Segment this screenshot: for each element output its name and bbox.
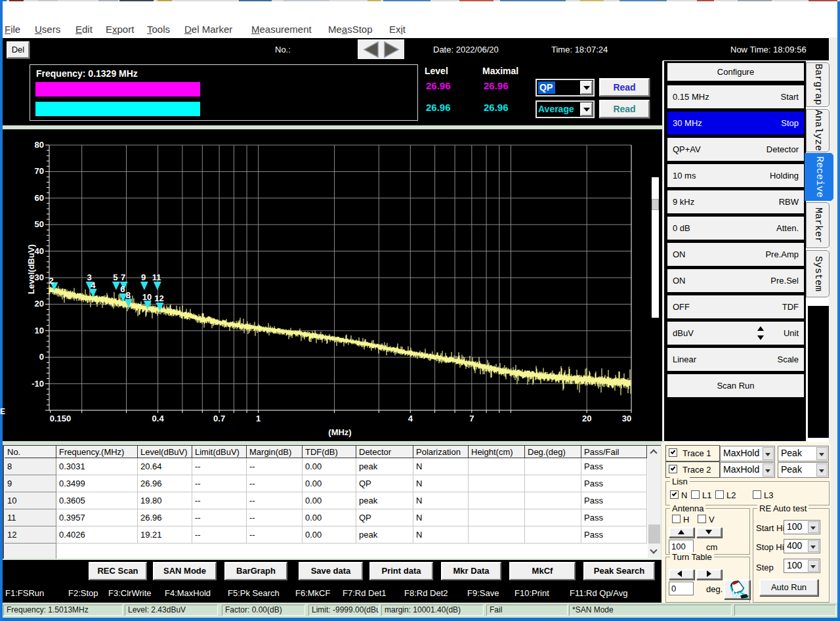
svg-text:4: 4	[408, 414, 413, 423]
svg-text:11: 11	[152, 272, 161, 282]
svg-text:Level(dBuV): Level(dBuV)	[26, 244, 36, 294]
svg-text:0.7: 0.7	[213, 414, 225, 423]
svg-text:(MHz): (MHz)	[328, 427, 351, 437]
svg-text:0.4: 0.4	[152, 414, 165, 423]
svg-text:8: 8	[126, 290, 131, 300]
svg-text:30: 30	[622, 414, 631, 423]
svg-text:0: 0	[39, 352, 44, 362]
svg-text:60: 60	[35, 193, 44, 203]
svg-text:7: 7	[121, 272, 125, 282]
svg-text:4: 4	[91, 280, 96, 290]
svg-text:9: 9	[141, 272, 146, 282]
svg-text:80: 80	[35, 140, 44, 150]
svg-text:5: 5	[113, 272, 117, 282]
svg-text:2: 2	[49, 276, 53, 286]
svg-text:20: 20	[35, 299, 44, 309]
svg-text:50: 50	[35, 219, 44, 229]
svg-text:1: 1	[256, 414, 261, 423]
svg-text:-10: -10	[32, 379, 44, 389]
svg-text:70: 70	[35, 166, 44, 176]
svg-text:0.150: 0.150	[50, 414, 72, 423]
svg-text:7: 7	[469, 414, 474, 423]
svg-text:10: 10	[35, 326, 44, 335]
svg-text:20: 20	[582, 414, 591, 423]
svg-text:6: 6	[120, 284, 125, 294]
svg-text:10: 10	[142, 292, 152, 302]
svg-text:12: 12	[154, 293, 163, 303]
